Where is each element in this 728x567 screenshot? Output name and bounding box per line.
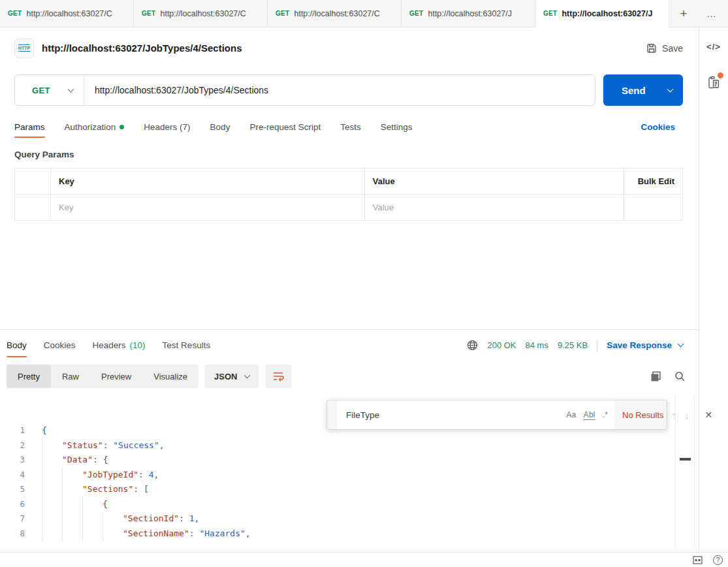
- status-badge: 200 OK: [487, 340, 516, 350]
- code-line: 2"Status": "Success",: [0, 438, 699, 453]
- tab-headers-[interactable]: Headers (7): [144, 112, 190, 142]
- tab-label: Test Results: [163, 340, 211, 350]
- view-raw-button[interactable]: Raw: [51, 364, 90, 388]
- view-preview-button[interactable]: Preview: [90, 364, 142, 388]
- line-text: "Status": "Success",: [62, 438, 165, 453]
- table-header-row: Key Value Bulk Edit: [15, 169, 683, 195]
- query-params-title: Query Params: [14, 150, 683, 161]
- tab-label: Headers (7): [144, 122, 190, 132]
- wrap-lines-button[interactable]: [265, 364, 291, 388]
- save-button[interactable]: Save: [646, 43, 683, 54]
- request-tab[interactable]: GEThttp://localhost:63027/C: [0, 0, 134, 27]
- tab-params[interactable]: Params: [14, 112, 45, 142]
- tab-pre-request-script[interactable]: Pre-request Script: [249, 112, 321, 142]
- view-pretty-button[interactable]: Pretty: [7, 364, 51, 388]
- request-pane: HTTP http://localhost:63027/JobTypes/4/S…: [0, 27, 699, 552]
- json-token: "Sections": [82, 484, 133, 494]
- find-query: FileType: [346, 410, 566, 420]
- send-button[interactable]: Send: [603, 74, 683, 106]
- request-config-tabs: ParamsAuthorizationHeaders (7)BodyPre-re…: [0, 112, 699, 142]
- request-title-row: HTTP http://localhost:63027/JobTypes/4/S…: [0, 27, 699, 69]
- json-token: "SectionId": [123, 513, 179, 523]
- response-tab-cookies[interactable]: Cookies: [44, 330, 76, 361]
- new-tab-button[interactable]: +: [669, 0, 698, 27]
- tab-body[interactable]: Body: [210, 112, 230, 142]
- tab-label: Authorization: [65, 122, 116, 132]
- find-input[interactable]: FileType Aa Abl .*: [337, 400, 614, 429]
- response-tab-headers[interactable]: Headers(10): [93, 330, 146, 361]
- view-mode-switcher: PrettyRawPreviewVisualize: [7, 364, 198, 388]
- indent-guide: [42, 511, 62, 526]
- json-token: "Status": [62, 440, 103, 450]
- url-row: GET Send: [0, 69, 699, 112]
- save-label: Save: [662, 43, 683, 54]
- tab-count: (10): [130, 340, 146, 350]
- match-case-button[interactable]: Aa: [566, 410, 576, 419]
- json-token: :: [133, 484, 144, 494]
- url-input[interactable]: [84, 85, 595, 95]
- indent-guide: [82, 511, 103, 526]
- close-icon[interactable]: ✕: [705, 410, 713, 420]
- tab-options-icon[interactable]: …: [698, 0, 725, 27]
- find-next-button[interactable]: ↓: [684, 410, 689, 421]
- whole-word-button[interactable]: Abl: [584, 410, 595, 420]
- line-number: 6: [0, 497, 25, 512]
- search-icon[interactable]: [674, 371, 686, 382]
- documentation-icon[interactable]: [707, 75, 720, 89]
- indent-guide: [82, 497, 103, 512]
- request-tab[interactable]: GEThttp://localhost:63027/J: [402, 0, 535, 27]
- json-token: :: [189, 528, 200, 538]
- key-input[interactable]: Key: [51, 195, 365, 221]
- bulk-edit-button[interactable]: Bulk Edit: [624, 169, 683, 195]
- tab-url-label: http://localhost:63027/C: [26, 9, 112, 18]
- request-tab[interactable]: GEThttp://localhost:63027/C: [268, 0, 402, 27]
- tab-settings[interactable]: Settings: [381, 112, 413, 142]
- request-tab[interactable]: GEThttp://localhost:63027/C: [134, 0, 268, 27]
- tab-authorization[interactable]: Authorization: [65, 112, 125, 142]
- regex-button[interactable]: .*: [603, 410, 608, 419]
- line-content: "SectionId": 1,: [42, 511, 199, 526]
- method-label: GET: [32, 86, 50, 95]
- code-snippet-icon[interactable]: </>: [706, 42, 721, 52]
- network-globe-icon[interactable]: [467, 340, 478, 351]
- value-input[interactable]: Value: [364, 195, 624, 221]
- line-number: 8: [0, 526, 25, 542]
- code-line: 7"SectionId": 1,: [0, 511, 699, 526]
- row-select-cell[interactable]: [15, 195, 51, 221]
- json-token: {: [103, 499, 108, 509]
- line-content: "Data": {: [42, 453, 108, 468]
- view-visualize-button[interactable]: Visualize: [142, 364, 198, 388]
- tab-label: Settings: [381, 122, 413, 132]
- save-response-button[interactable]: Save Response: [607, 340, 683, 350]
- tab-label: Headers: [93, 340, 126, 350]
- help-icon[interactable]: ?: [713, 555, 723, 565]
- find-result-count: No Results: [622, 410, 664, 420]
- format-dropdown[interactable]: JSON: [205, 364, 259, 388]
- response-tab-body[interactable]: Body: [7, 330, 27, 361]
- request-tab[interactable]: GEThttp://localhost:63027/J: [535, 0, 669, 27]
- tab-label: Tests: [340, 122, 361, 132]
- notification-dot: [718, 73, 723, 78]
- json-token: 1: [189, 513, 195, 523]
- line-content: {: [42, 497, 108, 512]
- line-text: "Data": {: [62, 453, 108, 468]
- tab-tests[interactable]: Tests: [340, 112, 361, 142]
- tab-label: Params: [14, 122, 45, 132]
- tab-label: Cookies: [44, 340, 76, 350]
- right-sidebar: </>: [699, 27, 728, 552]
- tab-label: Body: [210, 122, 230, 132]
- copy-icon[interactable]: [650, 371, 661, 382]
- line-number: 5: [0, 482, 25, 497]
- method-selector[interactable]: GET: [15, 86, 84, 95]
- tab-method-label: GET: [8, 10, 22, 17]
- indent-guide: [62, 511, 82, 526]
- find-previous-button[interactable]: ↑: [672, 410, 677, 421]
- select-all-cell[interactable]: [15, 169, 51, 195]
- chevron-down-icon: [67, 86, 74, 92]
- response-tab-test-results[interactable]: Test Results: [163, 330, 211, 361]
- toggle-panes-icon[interactable]: [693, 556, 703, 564]
- cookies-link[interactable]: Cookies: [641, 122, 675, 132]
- tab-url-label: http://localhost:63027/J: [562, 9, 652, 18]
- send-options-chevron-icon[interactable]: [667, 86, 674, 92]
- scrollbar-thumb[interactable]: [680, 458, 691, 461]
